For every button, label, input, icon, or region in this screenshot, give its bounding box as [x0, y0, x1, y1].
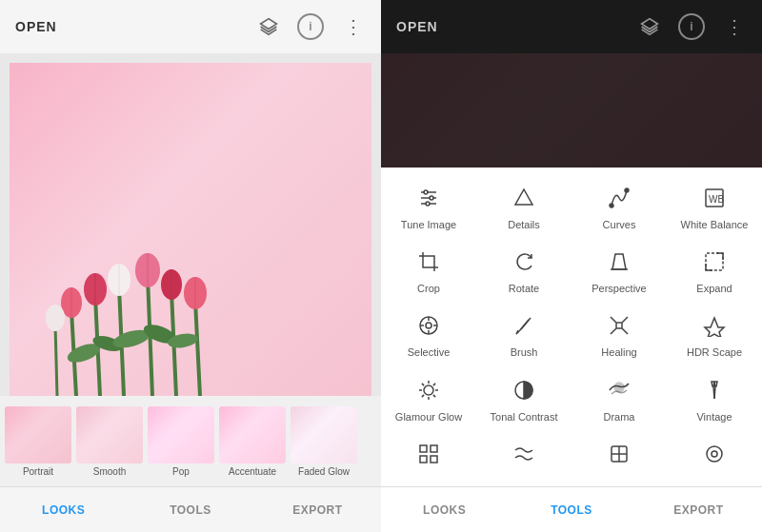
tool-drama[interactable]: Drama: [572, 367, 667, 431]
thumb-portrait[interactable]: Portrait: [4, 406, 72, 477]
tool-selective[interactable]: Selective: [381, 303, 476, 366]
tool-perspective-label: Perspective: [592, 283, 646, 295]
tool-curves-label: Curves: [603, 219, 636, 231]
tool-drama-label: Drama: [603, 411, 634, 424]
details-icon: [512, 187, 535, 213]
thumb-faded-glow-label: Faded Glow: [298, 466, 350, 477]
tool-expand[interactable]: Expand: [667, 239, 762, 303]
perspective-icon: [608, 250, 631, 277]
left-bottom-nav: LOOKS TOOLS EXPORT: [0, 486, 381, 532]
thumb-smooth-label: Smooth: [93, 466, 126, 477]
tool-crop-label: Crop: [417, 283, 440, 295]
tool-brush-label: Brush: [511, 346, 538, 359]
tonal-contrast-icon: [512, 379, 535, 405]
tool-brush[interactable]: Brush: [476, 303, 572, 366]
more-tool-1-icon: [417, 443, 440, 469]
svg-point-35: [426, 202, 430, 206]
left-nav-looks[interactable]: LOOKS: [0, 487, 127, 532]
svg-line-61: [433, 383, 435, 384]
tool-details-label: Details: [508, 219, 540, 231]
right-open-label: OPEN: [396, 19, 438, 34]
white-balance-icon: WB: [703, 187, 726, 213]
thumbnail-strip: Portrait Smooth Pop Accentuate Faded Glo…: [0, 396, 381, 486]
svg-point-53: [424, 385, 433, 395]
left-more-button[interactable]: ⋮: [339, 13, 366, 40]
tool-tune-image-label: Tune Image: [401, 219, 456, 231]
drama-icon: [608, 379, 631, 405]
left-info-button[interactable]: i: [297, 13, 324, 40]
svg-rect-42: [706, 253, 723, 270]
right-top-bar: OPEN i ⋮: [381, 0, 762, 53]
right-info-button[interactable]: i: [678, 13, 705, 40]
more-tool-4-icon: [703, 443, 726, 469]
svg-line-59: [433, 394, 435, 396]
svg-text:WB: WB: [709, 194, 724, 205]
rotate-icon: [512, 250, 535, 277]
tools-grid: Tune Image Details Curves: [381, 167, 762, 486]
tool-healing[interactable]: Healing: [572, 303, 667, 366]
expand-icon: [703, 250, 726, 277]
tool-glamour-glow[interactable]: Glamour Glow: [381, 367, 476, 431]
svg-line-58: [422, 383, 424, 384]
crop-icon: [417, 250, 440, 277]
thumb-faded-glow[interactable]: Faded Glow: [290, 406, 358, 477]
svg-point-33: [424, 190, 428, 194]
selective-icon: [417, 314, 440, 341]
svg-rect-51: [616, 323, 622, 328]
vintage-icon: [703, 379, 726, 405]
tool-rotate[interactable]: Rotate: [476, 239, 572, 303]
svg-rect-67: [431, 445, 437, 452]
healing-icon: [608, 314, 631, 341]
right-nav-export[interactable]: EXPORT: [635, 487, 762, 532]
tool-tonal-contrast-label: Tonal Contrast: [491, 411, 558, 424]
tool-white-balance[interactable]: WB White Balance: [667, 175, 762, 239]
tool-curves[interactable]: Curves: [572, 175, 667, 239]
left-nav-export[interactable]: EXPORT: [254, 487, 381, 532]
tool-perspective[interactable]: Perspective: [572, 239, 667, 303]
svg-line-50: [519, 320, 529, 331]
left-panel: OPEN i ⋮: [0, 0, 381, 532]
thumb-smooth[interactable]: Smooth: [75, 406, 144, 477]
svg-rect-68: [420, 456, 427, 463]
right-nav-tools[interactable]: TOOLS: [508, 487, 634, 532]
tool-tune-image[interactable]: Tune Image: [381, 175, 476, 239]
tool-crop[interactable]: Crop: [381, 239, 476, 303]
thumb-pop[interactable]: Pop: [147, 406, 215, 477]
svg-point-63: [614, 383, 624, 392]
right-more-button[interactable]: ⋮: [720, 13, 747, 40]
tool-more-4[interactable]: [667, 431, 762, 483]
right-bottom-nav: LOOKS TOOLS EXPORT: [381, 486, 762, 532]
tool-hdr-scape[interactable]: HDR Scape: [667, 303, 762, 366]
right-panel: OPEN i ⋮: [381, 0, 762, 532]
svg-marker-36: [515, 189, 532, 205]
brush-icon: [512, 314, 535, 341]
svg-point-37: [610, 204, 613, 207]
left-top-icons: i ⋮: [255, 13, 366, 40]
tool-glamour-glow-label: Glamour Glow: [395, 411, 462, 424]
tool-tonal-contrast[interactable]: Tonal Contrast: [476, 367, 572, 431]
right-top-icons: i ⋮: [636, 13, 747, 40]
left-layers-button[interactable]: [255, 13, 282, 40]
tool-details[interactable]: Details: [476, 175, 572, 239]
hdr-scape-icon: [703, 314, 726, 341]
tool-hdr-scape-label: HDR Scape: [687, 346, 742, 359]
svg-rect-66: [420, 445, 427, 452]
svg-point-19: [46, 305, 65, 331]
glamour-glow-icon: [417, 379, 440, 405]
svg-line-7: [55, 325, 57, 396]
left-nav-tools[interactable]: TOOLS: [127, 487, 253, 532]
tool-selective-label: Selective: [408, 346, 451, 359]
svg-point-74: [707, 446, 722, 462]
right-image-area: [381, 53, 762, 167]
tool-vintage-label: Vintage: [696, 411, 732, 424]
right-nav-looks[interactable]: LOOKS: [381, 487, 508, 532]
tool-more-1[interactable]: [381, 431, 476, 483]
svg-point-73: [712, 451, 717, 457]
tool-vintage[interactable]: Vintage: [667, 367, 762, 431]
tulip-illustration: [19, 187, 286, 396]
thumb-accentuate[interactable]: Accentuate: [218, 406, 287, 477]
right-layers-button[interactable]: [636, 13, 663, 40]
tool-more-2[interactable]: [476, 431, 572, 483]
tool-more-3[interactable]: [572, 431, 667, 483]
thumb-pop-img: [148, 406, 214, 463]
